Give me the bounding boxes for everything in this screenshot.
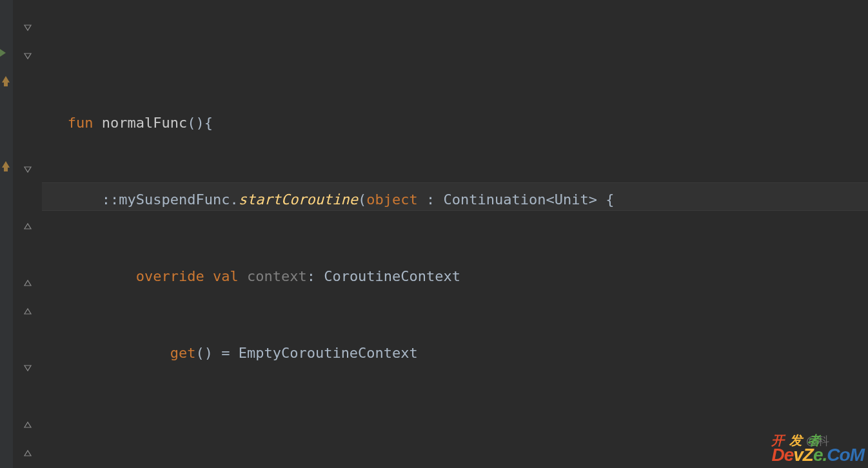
keyword-override: override (136, 268, 204, 284)
svg-marker-0 (0, 49, 6, 57)
change-marker-icon (0, 46, 13, 55)
marker-gutter (0, 0, 13, 468)
fold-close-icon[interactable] (23, 277, 33, 288)
code-editor[interactable]: fun normalFunc(){ ::mySuspendFunc.startC… (0, 0, 868, 468)
callable-ref: ::mySuspendFunc (102, 191, 230, 208)
paren-open: ( (358, 191, 366, 208)
fold-gutter (13, 0, 42, 468)
code-line[interactable]: get() = EmptyCoroutineContext (42, 339, 868, 367)
fold-open-icon[interactable] (23, 362, 33, 373)
function-name: normalFunc (102, 115, 187, 131)
fold-open-icon[interactable] (23, 50, 33, 61)
code-line[interactable]: ::mySuspendFunc.startCoroutine(object : … (42, 186, 868, 214)
keyword-get: get (170, 345, 196, 361)
fold-close-icon[interactable] (23, 306, 33, 316)
colon: : (307, 268, 315, 284)
colon: : (418, 191, 444, 208)
keyword-object: object (366, 191, 417, 208)
code-line-blank[interactable] (42, 416, 868, 444)
property-name: context (247, 268, 307, 284)
brace-open: { (597, 191, 615, 208)
override-up-icon[interactable] (0, 160, 13, 169)
override-up-icon[interactable] (0, 75, 13, 84)
type-ref: Continuation<Unit> (444, 191, 597, 208)
fold-close-icon[interactable] (23, 419, 33, 429)
type-ref: EmptyCoroutineContext (239, 345, 418, 361)
keyword-val: val (213, 268, 239, 284)
fold-close-icon[interactable] (23, 447, 33, 458)
type-ref: CoroutineContext (324, 268, 460, 284)
paren: () (195, 345, 213, 361)
fold-close-icon[interactable] (23, 220, 33, 231)
code-area[interactable]: fun normalFunc(){ ::mySuspendFunc.startC… (42, 0, 868, 468)
keyword-fun: fun (68, 115, 94, 131)
fold-open-icon[interactable] (23, 164, 33, 174)
punct: (){ (187, 115, 213, 131)
dot: . (230, 191, 238, 208)
fold-open-icon[interactable] (23, 22, 33, 32)
eq: = (213, 345, 239, 361)
code-line[interactable]: fun normalFunc(){ (42, 109, 868, 137)
method-call: startCoroutine (239, 191, 358, 208)
code-line[interactable]: override val context: CoroutineContext (42, 262, 868, 291)
